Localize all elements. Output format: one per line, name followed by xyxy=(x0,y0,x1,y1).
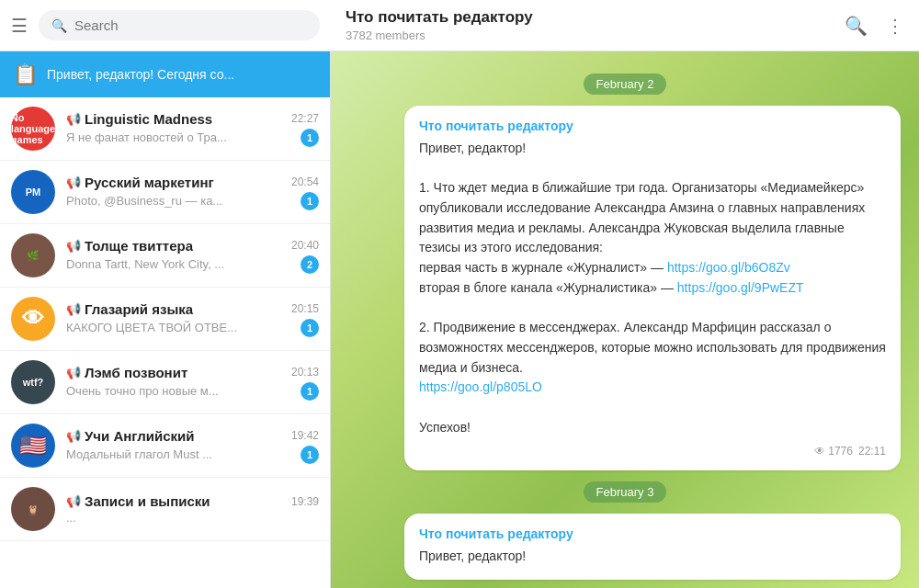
unread-badge: 2 xyxy=(301,255,319,274)
chat-list-item[interactable]: 🦉📢 Записи и выписки19:39... xyxy=(0,478,330,541)
chat-name: 📢 Толще твиттера xyxy=(66,238,193,254)
megaphone-icon: 📢 xyxy=(66,429,81,443)
main-area: 📋 Привет, редактор! Сегодня со... No lan… xyxy=(0,51,919,588)
chat-preview: Я не фанат новостей о Тра...1 xyxy=(66,129,319,147)
chat-preview: КАКОГО ЦВЕТА ТВОЙ ОТВЕ...1 xyxy=(66,319,319,337)
chat-name: 📢 Глазарий языка xyxy=(66,301,193,317)
chat-list-item[interactable]: PM📢 Русский маркетинг20:54Photo, @Busine… xyxy=(0,161,330,224)
message-bubble: Что почитать редактору Привет, редактор!… xyxy=(404,106,901,470)
chat-preview: ... xyxy=(66,511,319,525)
chat-content: 📢 Записи и выписки19:39... xyxy=(66,493,319,525)
avatar: wtf? xyxy=(11,360,55,404)
chat-time: 20:40 xyxy=(291,239,319,252)
message-bubble-2: Что почитать редактору Привет, редактор! xyxy=(404,514,901,580)
chat-name: 📢 Русский маркетинг xyxy=(66,175,214,190)
preview-text: Я не фанат новостей о Тра... xyxy=(66,130,295,144)
message-text: Привет, редактор! 1. Что ждет медиа в бл… xyxy=(419,139,886,437)
chat-area: February 2 Что почитать редактору Привет… xyxy=(331,51,919,588)
message-text-2: Привет, редактор! xyxy=(419,547,886,567)
search-input[interactable] xyxy=(74,17,307,33)
chat-time: 19:42 xyxy=(291,429,319,442)
avatar: 🌿 xyxy=(11,233,55,277)
chat-content: 📢 Глазарий языка20:15КАКОГО ЦВЕТА ТВОЙ О… xyxy=(66,301,319,337)
chat-name: 📢 Linguistic Madness xyxy=(66,111,212,127)
unread-badge: 1 xyxy=(301,129,319,147)
preview-text: ... xyxy=(66,511,319,525)
message-sender: Что почитать редактору xyxy=(419,119,886,133)
chat-item-header: 📢 Глазарий языка20:15 xyxy=(66,301,319,317)
unread-badge: 1 xyxy=(301,382,319,401)
chat-name: 📢 Лэмб позвонит xyxy=(66,365,187,380)
avatar: 👁 xyxy=(11,297,55,341)
message-views: 👁 1776 xyxy=(814,445,853,458)
link-1[interactable]: https://goo.gl/b6O8Zv xyxy=(667,260,790,275)
channel-members: 3782 members xyxy=(346,28,533,42)
chat-preview: Очень точно про новые м...1 xyxy=(66,382,319,401)
link-2[interactable]: https://goo.gl/9PwEZT xyxy=(677,280,804,295)
link-3[interactable]: https://goo.gl/p805LO xyxy=(419,379,542,394)
second-part-label: вторая в блоге канала «Журналистика» — xyxy=(419,280,677,295)
first-part-label: первая часть в журнале «Журналист» — xyxy=(419,260,667,275)
search-box[interactable]: 🔍 xyxy=(39,10,320,40)
chat-time: 19:39 xyxy=(291,495,319,508)
unread-badge: 1 xyxy=(301,319,319,337)
megaphone-icon: 📢 xyxy=(66,112,81,126)
chat-content: 📢 Толще твиттера20:40Donna Tartt, New Yo… xyxy=(66,238,319,274)
sign-off: Успехов! xyxy=(419,420,471,435)
para2-text: 2. Продвижение в мессенджерах. Александр… xyxy=(419,320,886,374)
megaphone-icon: 📢 xyxy=(66,366,81,379)
chat-item-header: 📢 Linguistic Madness22:27 xyxy=(66,111,319,127)
preview-text: Donna Tartt, New York City, ... xyxy=(66,257,295,271)
search-chat-icon[interactable]: 🔍 xyxy=(845,15,868,37)
date-badge-feb3: February 3 xyxy=(349,481,901,503)
chat-item-header: 📢 Лэмб позвонит20:13 xyxy=(66,365,319,380)
more-options-icon[interactable]: ⋮ xyxy=(886,15,904,37)
chat-preview: Donna Tartt, New York City, ...2 xyxy=(66,255,319,274)
chat-name: 📢 Записи и выписки xyxy=(66,493,210,509)
chat-list: No language games📢 Linguistic Madness22:… xyxy=(0,97,330,541)
chat-time: 20:15 xyxy=(291,302,319,315)
chat-content: 📢 Лэмб позвонит20:13Очень точно про новы… xyxy=(66,365,319,401)
chat-name: 📢 Учи Английский xyxy=(66,428,194,444)
para1-text: 1. Что ждет медиа в ближайшие три года. … xyxy=(419,180,865,254)
megaphone-icon: 📢 xyxy=(66,239,81,253)
avatar: No language games xyxy=(11,107,55,151)
avatar: 🦉 xyxy=(11,487,55,531)
megaphone-icon: 📢 xyxy=(66,175,81,189)
chat-list-item[interactable]: No language games📢 Linguistic Madness22:… xyxy=(0,97,330,161)
preview-text: Модальный глагол Must ... xyxy=(66,447,295,461)
date-label: February 2 xyxy=(584,74,667,95)
megaphone-icon: 📢 xyxy=(66,302,81,316)
preview-text: КАКОГО ЦВЕТА ТВОЙ ОТВЕ... xyxy=(66,321,295,334)
chat-list-item[interactable]: wtf?📢 Лэмб позвонит20:13Очень точно про … xyxy=(0,351,330,414)
channel-icon: 📋 xyxy=(13,62,38,86)
chat-list-item[interactable]: 🌿📢 Толще твиттера20:40Donna Tartt, New Y… xyxy=(0,224,330,288)
chat-time: 22:27 xyxy=(291,112,319,125)
chat-list-item[interactable]: 🇺🇸📢 Учи Английский19:42Модальный глагол … xyxy=(0,414,330,478)
avatar: 🇺🇸 xyxy=(11,424,55,468)
message-footer: 👁 1776 22:11 xyxy=(419,445,886,458)
preview-text: Очень точно про новые м... xyxy=(66,384,295,398)
top-bar-icons: 🔍 ⋮ xyxy=(845,15,904,37)
avatar: PM xyxy=(11,170,55,214)
greeting-text: Привет, редактор! xyxy=(419,141,526,155)
channel-title: Что почитать редактору xyxy=(346,8,533,27)
date-badge-feb2: February 2 xyxy=(349,74,901,95)
active-chat-item[interactable]: 📋 Привет, редактор! Сегодня со... xyxy=(0,51,330,97)
top-bar: ☰ 🔍 Что почитать редактору 3782 members … xyxy=(0,0,919,51)
eye-icon: 👁 xyxy=(814,445,825,458)
chat-header: Что почитать редактору 3782 members 🔍 ⋮ xyxy=(331,8,919,42)
chat-item-header: 📢 Учи Английский19:42 xyxy=(66,428,319,444)
hamburger-icon[interactable]: ☰ xyxy=(11,15,28,37)
chat-item-header: 📢 Записи и выписки19:39 xyxy=(66,493,319,509)
chat-item-header: 📢 Русский маркетинг20:54 xyxy=(66,175,319,190)
chat-preview: Модальный глагол Must ...1 xyxy=(66,446,319,464)
chat-list-item[interactable]: 👁📢 Глазарий языка20:15КАКОГО ЦВЕТА ТВОЙ … xyxy=(0,288,330,351)
unread-badge: 1 xyxy=(301,446,319,464)
channel-info: Что почитать редактору 3782 members xyxy=(346,8,533,42)
search-icon: 🔍 xyxy=(51,18,67,33)
messages-container: February 2 Что почитать редактору Привет… xyxy=(331,51,919,588)
chat-time: 20:13 xyxy=(291,366,319,379)
sidebar: 📋 Привет, редактор! Сегодня со... No lan… xyxy=(0,51,331,588)
views-count: 1776 xyxy=(828,445,853,458)
